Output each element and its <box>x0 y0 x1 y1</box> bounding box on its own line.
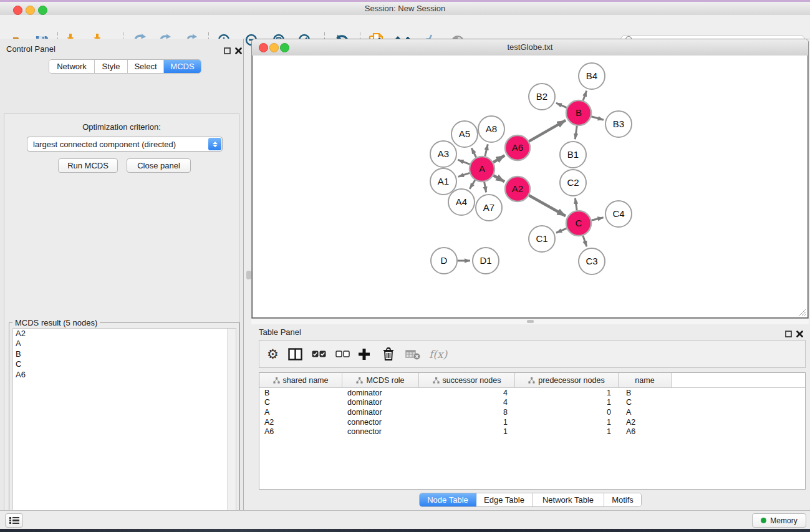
scrollbar-track[interactable] <box>227 329 236 532</box>
table-row[interactable]: A2connector11A2 <box>259 417 805 427</box>
table-cell[interactable]: dominator <box>342 408 419 417</box>
table-cell[interactable]: 4 <box>419 398 515 407</box>
trash-icon[interactable] <box>382 341 395 367</box>
network-canvas[interactable]: AA1A2A3A4A5A6A7A8BB1B2B3B4CC1C2C3C4DD1 <box>252 56 808 318</box>
graph-edge-A2-C[interactable] <box>529 195 566 216</box>
table-panel-tabs: Node Table Edge Table Network Table Moti… <box>419 493 642 507</box>
mcds-result-item[interactable]: A <box>13 339 236 349</box>
graph-edge-C-C1[interactable] <box>556 228 567 233</box>
table-cell[interactable]: 1 <box>515 418 619 427</box>
graph-edge-A-A6[interactable] <box>493 155 504 162</box>
graph-node-label: C4 <box>612 208 624 219</box>
close-icon[interactable] <box>235 46 242 57</box>
column-header-shared-name[interactable]: shared name <box>259 373 342 387</box>
table-cell[interactable]: 1 <box>515 427 619 436</box>
criterion-label: Optimization criterion: <box>4 122 239 132</box>
graph-edge-B-B1[interactable] <box>575 126 577 139</box>
table-cell[interactable]: A2 <box>619 418 672 427</box>
columns-icon[interactable] <box>288 341 302 367</box>
graph-edge-C-C4[interactable] <box>591 218 603 221</box>
tab-style[interactable]: Style <box>95 60 128 73</box>
table-row[interactable]: A6connector11A6 <box>259 427 805 437</box>
graph-node-label: B2 <box>536 91 547 102</box>
tab-network[interactable]: Network <box>49 60 95 73</box>
graph-edge-C-C3[interactable] <box>583 236 587 247</box>
graph-edge-A-A7[interactable] <box>485 182 486 193</box>
graph-edge-A-A4[interactable] <box>470 180 475 189</box>
table-cell[interactable]: C <box>259 398 342 407</box>
table-cell[interactable]: A6 <box>619 427 672 436</box>
graph-edge-A-A8[interactable] <box>485 144 488 156</box>
tree-icon <box>433 377 440 384</box>
add-column-icon[interactable] <box>357 341 371 367</box>
graph-edge-A-A2[interactable] <box>493 175 504 181</box>
table-cell[interactable]: connector <box>342 427 419 436</box>
tab-edge-table[interactable]: Edge Table <box>476 493 533 506</box>
table-cell[interactable]: A <box>619 408 672 417</box>
table-cell[interactable]: 1 <box>419 427 515 436</box>
mcds-result-item[interactable]: C <box>13 359 236 369</box>
control-panel: Control Panel Network Style Select MCDS … <box>0 39 244 510</box>
graph-edge-A-A1[interactable] <box>458 173 470 177</box>
table-cell[interactable]: 1 <box>419 418 515 427</box>
close-icon[interactable] <box>796 329 803 340</box>
resize-grip-icon[interactable] <box>799 309 806 316</box>
network-graph[interactable]: AA1A2A3A4A5A6A7A8BB1B2B3B4CC1C2C3C4DD1 <box>253 56 809 318</box>
float-icon[interactable] <box>224 46 231 57</box>
mcds-result-item[interactable]: A6 <box>13 370 236 380</box>
run-mcds-button[interactable]: Run MCDS <box>58 158 118 173</box>
graph-edge-B-B4[interactable] <box>583 91 587 101</box>
table-cell[interactable]: 0 <box>515 408 619 417</box>
float-icon[interactable] <box>785 329 792 340</box>
splitter-handle[interactable] <box>246 271 251 279</box>
memory-button[interactable]: Memory <box>752 513 806 528</box>
mcds-result-list[interactable]: A2ABCA6 <box>12 328 236 532</box>
horizontal-scrollbar[interactable] <box>251 319 809 324</box>
table-row[interactable]: Cdominator41C <box>259 398 805 408</box>
select-all-icon[interactable] <box>312 341 326 367</box>
table-row[interactable]: Adominator80A <box>259 407 805 417</box>
close-panel-button[interactable]: Close panel <box>127 158 191 173</box>
tab-select[interactable]: Select <box>128 60 164 73</box>
table-cell[interactable]: A6 <box>259 427 342 436</box>
mcds-result-item[interactable]: B <box>13 349 236 359</box>
graph-edge-B-B2[interactable] <box>556 103 567 107</box>
graph-node-label: C3 <box>586 256 597 266</box>
tab-node-table[interactable]: Node Table <box>420 493 476 506</box>
table-cell[interactable]: 4 <box>419 389 515 397</box>
column-header-successor-nodes[interactable]: successor nodes <box>419 373 515 387</box>
tab-mcds[interactable]: MCDS <box>164 60 201 73</box>
table-cell[interactable]: connector <box>342 418 419 427</box>
table-cell[interactable]: dominator <box>342 398 419 407</box>
graph-edge-C-C2[interactable] <box>575 198 577 210</box>
tab-motifs[interactable]: Motifs <box>604 493 641 506</box>
criterion-dropdown[interactable]: largest connected component (directed) <box>27 137 223 152</box>
deselect-all-icon[interactable] <box>335 341 350 367</box>
table-cell[interactable]: C <box>619 398 672 407</box>
table-cell[interactable]: dominator <box>342 389 419 397</box>
table-cell[interactable]: B <box>619 389 672 397</box>
main-titlebar[interactable]: Session: New Session <box>0 2 810 16</box>
column-header-predecessor-nodes[interactable]: predecessor nodes <box>515 373 619 387</box>
mcds-result-item[interactable]: A2 <box>13 329 236 339</box>
tab-network-table[interactable]: Network Table <box>533 493 604 506</box>
table-cell[interactable]: B <box>259 389 342 397</box>
task-history-button[interactable] <box>5 513 23 528</box>
mcds-result-group: MCDS result (5 nodes) A2ABCA6 <box>9 322 240 532</box>
table-cell[interactable]: A <box>259 408 342 417</box>
graph-edge-B-B3[interactable] <box>591 117 604 120</box>
scrollbar-thumb[interactable] <box>527 320 534 323</box>
delete-table-icon[interactable] <box>405 341 420 367</box>
graph-edge-A6-B[interactable] <box>529 120 566 142</box>
table-row[interactable]: Bdominator41B <box>259 388 805 398</box>
column-header-MCDS-role[interactable]: MCDS role <box>342 373 419 387</box>
table-cell[interactable]: A2 <box>259 418 342 427</box>
column-header-name[interactable]: name <box>619 373 672 387</box>
table-cell[interactable]: 1 <box>515 398 619 407</box>
graph-edge-A-A5[interactable] <box>471 148 476 157</box>
gear-icon[interactable]: ⚙ <box>267 341 279 367</box>
network-window-titlebar[interactable]: testGlobe.txt <box>252 39 808 56</box>
graph-edge-A-A3[interactable] <box>458 160 470 164</box>
table-cell[interactable]: 8 <box>419 408 515 417</box>
table-cell[interactable]: 1 <box>515 389 619 397</box>
